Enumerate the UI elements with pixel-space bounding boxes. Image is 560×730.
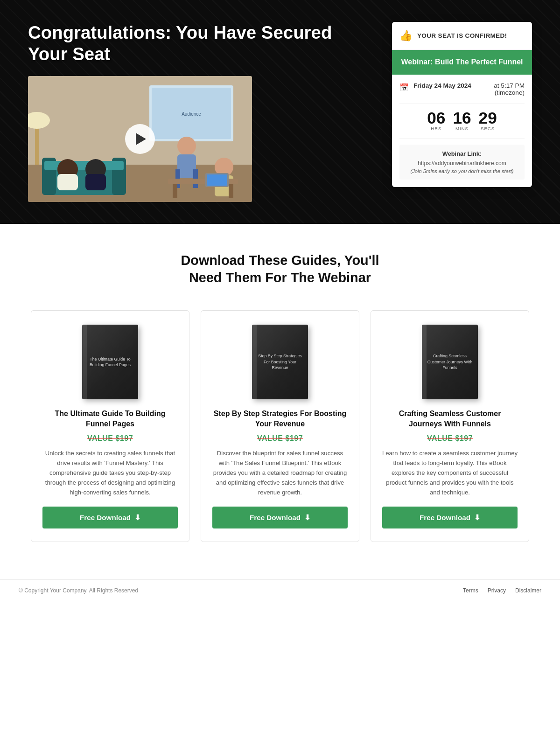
secs-value: 29	[479, 110, 497, 126]
footer-disclaimer[interactable]: Disclaimer	[515, 587, 541, 594]
guides-section: Download These Guides, You'll Need Them …	[0, 224, 560, 579]
download-icon-1: ⬇	[134, 513, 140, 522]
video-thumbnail[interactable]: Audience	[28, 76, 252, 202]
svg-rect-20	[173, 184, 177, 198]
guide-value-1: VALUE $197	[87, 434, 133, 443]
mins-label: MINS	[453, 126, 471, 131]
book-cover-title-3: Crafting Seamless Customer Journeys With…	[422, 353, 478, 370]
countdown-secs: 29 SECS	[479, 110, 497, 131]
calendar-icon: 📅	[399, 83, 409, 92]
datetime-row: 📅 Friday 24 May 2024 at 5:17 PM (timezon…	[399, 82, 525, 96]
webinar-time: at 5:17 PM	[494, 82, 525, 89]
book-cover-title-2: Step By Step Strategies For Boosting You…	[252, 353, 308, 370]
webinar-timezone: (timezone)	[494, 89, 525, 96]
hero-section: Congratulations: You Have Secured Your S…	[0, 0, 560, 224]
guide-card-2: Step By Step Strategies For Boosting You…	[201, 310, 359, 542]
footer: © Copyright Your Company. All Rights Res…	[0, 579, 560, 601]
webinar-title: Webinar: Build The Perfect Funnel	[399, 57, 525, 67]
svg-rect-21	[229, 184, 233, 198]
svg-text:Audience: Audience	[182, 111, 201, 117]
confirmation-box: 👍 YOUR SEAT IS CONFIRMED! Webinar: Build…	[392, 22, 532, 187]
countdown-mins: 16 MINS	[453, 110, 471, 131]
webinar-link-label: Webinar Link:	[405, 150, 519, 157]
countdown-timer: 06 HRS 16 MINS 29 SECS	[399, 110, 525, 131]
webinar-title-bar: Webinar: Build The Perfect Funnel	[392, 50, 532, 75]
guide-value-2: VALUE $197	[257, 434, 303, 443]
hero-title: Congratulations: You Have Secured Your S…	[28, 22, 373, 65]
thumbs-up-icon: 👍	[399, 29, 413, 42]
book-cover-3: Crafting Seamless Customer Journeys With…	[422, 325, 478, 399]
svg-rect-22	[35, 123, 39, 165]
guide-name-1: The Ultimate Guide To Building Funnel Pa…	[42, 409, 178, 430]
hero-left: Congratulations: You Have Secured Your S…	[28, 22, 373, 202]
guide-desc-3: Learn how to create a seamless customer …	[382, 448, 518, 497]
seat-confirmed-label: YOUR SEAT IS CONFIRMED!	[417, 32, 507, 39]
svg-point-13	[177, 137, 196, 155]
guide-name-3: Crafting Seamless Customer Journeys With…	[382, 409, 518, 430]
webinar-link-url[interactable]: https://addyourwebinarlinkhere.com	[405, 160, 519, 167]
guides-grid: The Ultimate Guide To Building Funnel Pa…	[23, 310, 537, 542]
guide-desc-1: Unlock the secrets to creating sales fun…	[42, 448, 178, 497]
divider	[399, 104, 525, 104]
guide-desc-2: Discover the blueprint for sales funnel …	[212, 448, 348, 497]
hours-value: 06	[427, 110, 445, 126]
guide-card-1: The Ultimate Guide To Building Funnel Pa…	[31, 310, 189, 542]
guides-heading-line2: Need Them For The Webinar	[189, 270, 371, 285]
webinar-link-note: (Join 5mins early so you don't miss the …	[405, 168, 519, 174]
book-cover-2: Step By Step Strategies For Boosting You…	[252, 325, 308, 399]
divider2	[399, 139, 525, 139]
footer-privacy[interactable]: Privacy	[488, 587, 506, 594]
guides-heading: Download These Guides, You'll Need Them …	[19, 252, 541, 287]
svg-rect-10	[57, 174, 78, 190]
countdown-hours: 06 HRS	[427, 110, 445, 131]
mins-value: 16	[453, 110, 471, 126]
footer-links: Terms Privacy Disclaimer	[463, 587, 541, 594]
book-cover-1: The Ultimate Guide To Building Funnel Pa…	[82, 325, 138, 399]
download-icon-2: ⬇	[304, 513, 310, 522]
book-cover-title-1: The Ultimate Guide To Building Funnel Pa…	[82, 356, 138, 368]
footer-terms[interactable]: Terms	[463, 587, 478, 594]
download-button-3[interactable]: Free Download ⬇	[382, 507, 518, 528]
svg-rect-8	[44, 161, 124, 170]
hero-inner: Congratulations: You Have Secured Your S…	[28, 22, 532, 202]
guides-heading-line1: Download These Guides, You'll	[181, 253, 379, 268]
download-icon-3: ⬇	[474, 513, 480, 522]
download-label-3: Free Download	[420, 514, 470, 521]
webinar-date: Friday 24 May 2024	[413, 82, 471, 89]
download-label-1: Free Download	[80, 514, 131, 521]
confirm-header: 👍 YOUR SEAT IS CONFIRMED!	[392, 22, 532, 50]
guide-name-2: Step By Step Strategies For Boosting You…	[212, 409, 348, 430]
guide-value-3: VALUE $197	[427, 434, 473, 443]
footer-copyright: © Copyright Your Company. All Rights Res…	[19, 587, 138, 594]
download-button-2[interactable]: Free Download ⬇	[212, 507, 348, 528]
download-label-2: Free Download	[250, 514, 301, 521]
guide-card-3: Crafting Seamless Customer Journeys With…	[371, 310, 529, 542]
play-button[interactable]	[125, 124, 155, 154]
webinar-link-box: Webinar Link: https://addyourwebinarlink…	[399, 145, 525, 180]
svg-rect-25	[207, 174, 227, 186]
download-button-1[interactable]: Free Download ⬇	[42, 507, 178, 528]
svg-rect-12	[85, 174, 106, 190]
confirm-body: 📅 Friday 24 May 2024 at 5:17 PM (timezon…	[392, 75, 532, 187]
secs-label: SECS	[479, 126, 497, 131]
